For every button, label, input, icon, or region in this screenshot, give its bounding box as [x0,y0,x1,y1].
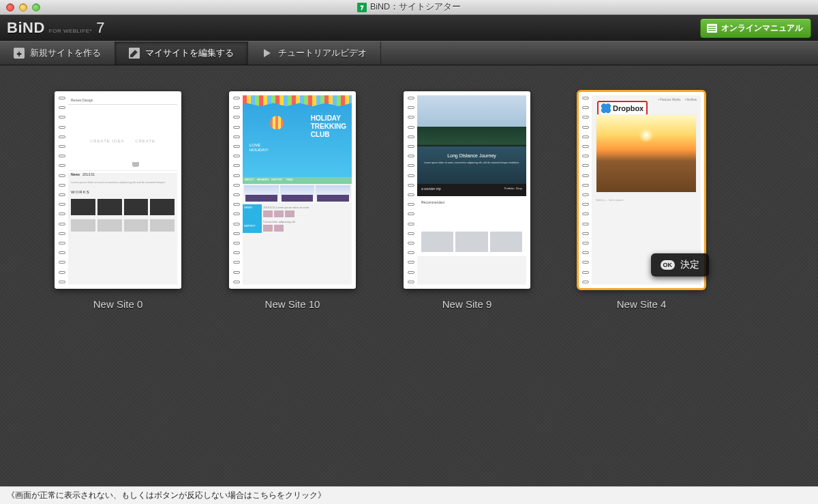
brand-version: 7 [96,19,104,37]
dropbox-label: Dropbox [613,104,643,112]
site-theater: Renew Design CREATE IDEA CREATE News2013… [0,65,818,486]
site-name: New Site 4 [617,298,667,310]
window-title-text: BiND：サイトシアター [370,1,461,13]
site-card[interactable]: Long Distance Journey Lorem ipsum dolor … [404,91,530,310]
ok-icon: OK [661,260,676,270]
confirm-button-label: 決定 [680,259,699,271]
dropbox-badge: Dropbox [597,101,648,116]
site-thumbnail: Long Distance Journey Lorem ipsum dolor … [404,91,530,289]
site-card[interactable]: • Famous Works• Archive Dropbox Gallery … [578,91,705,310]
plus-icon: + [14,48,25,59]
notebook-rings-icon [233,97,241,283]
site-card[interactable]: HOLIDAY TREKKING CLUB LOVE HOLIDAY! ABOU… [229,91,356,310]
play-icon [264,49,271,57]
site-name: New Site 9 [442,298,492,310]
manual-icon [707,24,717,33]
site-preview: HOLIDAY TREKKING CLUB LOVE HOLIDAY! ABOU… [243,95,352,285]
window-title: 7 BiND：サイトシアター [0,1,818,13]
app-header: BiND FOR WEBLIFE* 7 オンラインマニュアル [0,15,818,41]
online-manual-button[interactable]: オンラインマニュアル [700,18,811,38]
render-help-link[interactable]: 《画面が正常に表示されない、もしくはボタンが反応しない場合はこちらをクリック》 [7,490,326,501]
brand-tagline: FOR WEBLIFE* [49,28,92,34]
tab-tutorial[interactable]: チュートリアルビデオ [248,42,381,65]
notebook-rings-icon [582,97,590,283]
tab-edit-site-label: マイサイトを編集する [145,47,234,59]
notebook-rings-icon [59,97,67,283]
brand: BiND FOR WEBLIFE* 7 [7,19,700,37]
footer: 《画面が正常に表示されない、もしくはボタンが反応しない場合はこちらをクリック》 [0,486,818,504]
site-card[interactable]: Renew Design CREATE IDEA CREATE News2013… [55,91,181,310]
app-icon: 7 [357,3,367,12]
mac-titlebar: 7 BiND：サイトシアター [0,0,818,15]
site-preview: Long Distance Journey Lorem ipsum dolor … [417,95,526,285]
site-name: New Site 0 [93,298,143,310]
brand-name: BiND [7,19,45,37]
edit-icon [129,48,140,59]
dropbox-icon [601,104,611,113]
notebook-rings-icon [408,97,416,283]
site-thumbnail: Renew Design CREATE IDEA CREATE News2013… [55,91,181,289]
tab-new-site-label: 新規サイトを作る [30,47,101,59]
site-preview: Renew Design CREATE IDEA CREATE News2013… [68,95,177,285]
tab-new-site[interactable]: + 新規サイトを作る [0,42,115,65]
online-manual-label: オンラインマニュアル [721,22,803,34]
main-tabs: + 新規サイトを作る マイサイトを編集する チュートリアルビデオ [0,41,818,65]
confirm-button[interactable]: OK 決定 [651,253,710,277]
tab-edit-site[interactable]: マイサイトを編集する [115,42,248,65]
site-thumbnail: HOLIDAY TREKKING CLUB LOVE HOLIDAY! ABOU… [229,91,356,289]
tab-tutorial-label: チュートリアルビデオ [278,47,367,59]
site-name: New Site 10 [265,298,320,310]
